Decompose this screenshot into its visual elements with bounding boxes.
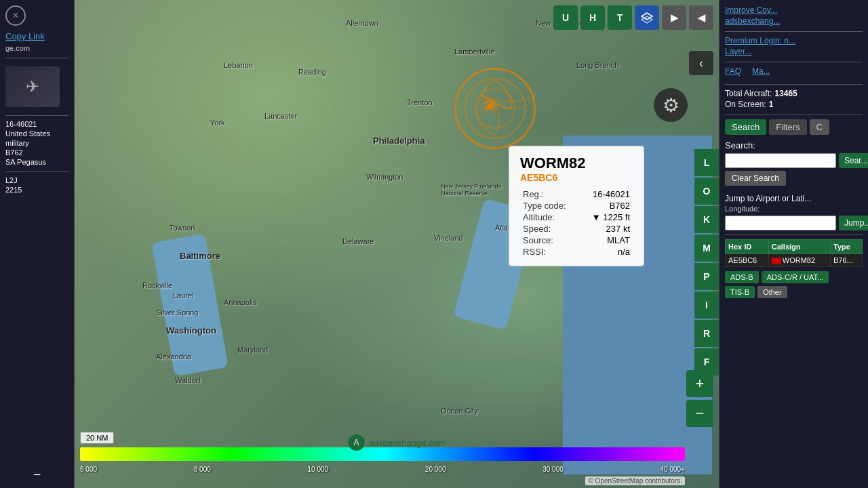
toolbar-btn-prev[interactable]: ◀ — [689, 5, 713, 30]
attribution: © OpenStreetMap contributors. — [585, 476, 685, 485]
aircraft-popup: WORM82 AE5BC6 Reg.: 16-46021 Type code: … — [509, 146, 644, 266]
side-letter-p[interactable]: P — [694, 263, 719, 290]
icao-class-value: L2J — [5, 176, 68, 184]
toolbar-btn-layers[interactable] — [635, 5, 659, 30]
longitude-label: Longitude: — [725, 205, 863, 213]
zoom-controls: + − — [686, 370, 713, 427]
logo-text: adsbexchange.com — [369, 438, 446, 448]
flag-icon — [772, 258, 781, 264]
back-button[interactable]: ‹ — [689, 51, 713, 75]
main-tabs: Search Filters C — [725, 119, 863, 135]
improve-coverage-link[interactable]: Improve Cov... — [725, 5, 863, 15]
tab-filters[interactable]: Filters — [769, 119, 806, 135]
faq-link[interactable]: FAQ — [725, 66, 741, 76]
reg-value: 16-46021 — [5, 120, 68, 128]
search-input[interactable] — [725, 153, 836, 168]
source-badges-2: TIS-B Other — [725, 286, 863, 298]
toolbar-btn-u[interactable]: U — [553, 5, 578, 30]
source-val: MLAT — [586, 235, 633, 246]
toolbar-btn-next[interactable]: ▶ — [662, 5, 686, 30]
scale-8000: 8 000 — [194, 466, 211, 473]
domain-label: ge.com — [5, 44, 68, 52]
side-letter-m[interactable]: M — [694, 235, 719, 262]
country-value: United States — [5, 129, 68, 138]
table-row[interactable]: AE5BC6 WORM82 B76... — [726, 254, 863, 267]
reg-label: Reg.: — [520, 188, 586, 200]
right-divider5 — [725, 235, 863, 235]
popup-hex: AE5BC6 — [520, 172, 633, 183]
tab-other[interactable]: C — [810, 119, 829, 135]
side-letter-i[interactable]: I — [694, 291, 719, 319]
rssi-val: n/a — [586, 246, 633, 258]
badge-other[interactable]: Other — [757, 286, 787, 298]
divider1 — [5, 58, 68, 58]
aircraft-table: Hex ID Callsign Type AE5BC6 WORM82 B76..… — [725, 239, 863, 267]
zoom-out-button[interactable]: − — [686, 400, 713, 427]
jump-label: Jump to Airport or Lati... — [725, 194, 863, 203]
badge-adsc[interactable]: ADS-C/R / UAT... — [762, 271, 829, 283]
divider3 — [5, 171, 68, 172]
category-value: military — [5, 139, 68, 147]
clear-search-button[interactable]: Clear Search — [725, 171, 786, 186]
jump-button[interactable]: Jump... — [839, 216, 868, 230]
source-badges: ADS-B ADS-C/R / UAT... — [725, 271, 863, 283]
jump-section: Jump to Airport or Lati... Longitude: Ju… — [725, 194, 863, 230]
popup-callsign: WORM82 — [520, 155, 633, 172]
wtc-value: 2215 — [5, 186, 68, 194]
layer-link[interactable]: Layer... — [725, 47, 863, 56]
operator-value: SA Pegasus — [5, 158, 68, 166]
left-sidebar: × Copy Link ge.com ✈ 16-46021 United Sta… — [0, 0, 75, 488]
scale-labels: 6 000 8 000 10 000 20 000 30 000 40 000+ — [80, 466, 685, 473]
copy-link[interactable]: Copy Link — [5, 31, 68, 41]
side-letters: L O K M P I R F — [694, 149, 719, 375]
altitude-val: ▼ 1225 ft — [586, 211, 633, 223]
badge-adsb[interactable]: ADS-B — [725, 271, 759, 283]
right-divider1 — [725, 31, 863, 32]
zoom-in-button[interactable]: + — [686, 370, 713, 397]
col-hex-id[interactable]: Hex ID — [726, 240, 769, 254]
settings-button[interactable]: ⚙ — [654, 88, 688, 122]
divider2 — [5, 115, 68, 116]
popup-details: Reg.: 16-46021 Type code: B762 Altitude:… — [520, 188, 633, 258]
scale-40000: 40 000+ — [660, 466, 685, 473]
type-value: B762 — [5, 148, 68, 157]
on-screen-label: On Screen: — [725, 100, 766, 109]
close-button[interactable]: × — [5, 5, 26, 26]
type-val: B762 — [586, 200, 633, 211]
source-label: Source: — [520, 235, 586, 246]
right-divider2 — [725, 62, 863, 62]
adsbexchange-link[interactable]: adsbexchang... — [725, 16, 863, 26]
side-letter-l[interactable]: L — [694, 149, 719, 176]
side-letter-r[interactable]: R — [694, 320, 719, 347]
hex-cell: AE5BC6 — [726, 254, 769, 267]
total-aircraft-label: Total Aircraft: — [725, 89, 772, 98]
right-sidebar: Improve Cov... adsbexchang... Premium Lo… — [719, 0, 868, 488]
altitude-label: Altitude: — [520, 211, 586, 223]
col-callsign[interactable]: Callsign — [768, 240, 830, 254]
side-letter-o[interactable]: O — [694, 178, 719, 205]
on-screen-value: 1 — [769, 100, 774, 109]
side-letter-k[interactable]: K — [694, 206, 719, 233]
toolbar-btn-t[interactable]: T — [608, 5, 632, 30]
scale-6000: 6 000 — [80, 466, 97, 473]
collapse-button[interactable]: − — [5, 467, 68, 483]
on-screen-row: On Screen: 1 — [725, 100, 863, 109]
search-section: Search: Sear... Clear Search — [725, 140, 863, 188]
badge-tisb[interactable]: TIS-B — [725, 286, 755, 298]
total-aircraft-value: 13465 — [774, 89, 797, 98]
jump-input[interactable] — [725, 216, 836, 230]
search-section-label: Search: — [725, 140, 863, 150]
map-logo: A adsbexchange.com — [349, 434, 446, 451]
premium-login-link[interactable]: Premium Login: n... — [725, 36, 863, 45]
map-toolbar: U H T ▶ ◀ — [553, 5, 713, 30]
map-area[interactable]: Allentown New Brunswick Lebanon Reading … — [75, 0, 719, 488]
search-button[interactable]: Sear... — [839, 153, 868, 168]
tab-search[interactable]: Search — [725, 119, 766, 135]
map-link[interactable]: Ma... — [752, 66, 770, 76]
aircraft-thumbnail: ✈ — [5, 66, 60, 107]
type-label: Type code: — [520, 200, 586, 211]
col-type[interactable]: Type — [830, 240, 862, 254]
toolbar-btn-h[interactable]: H — [580, 5, 605, 30]
scale-20000: 20 000 — [425, 466, 446, 473]
altitude-arrow: ▼ — [592, 212, 601, 222]
